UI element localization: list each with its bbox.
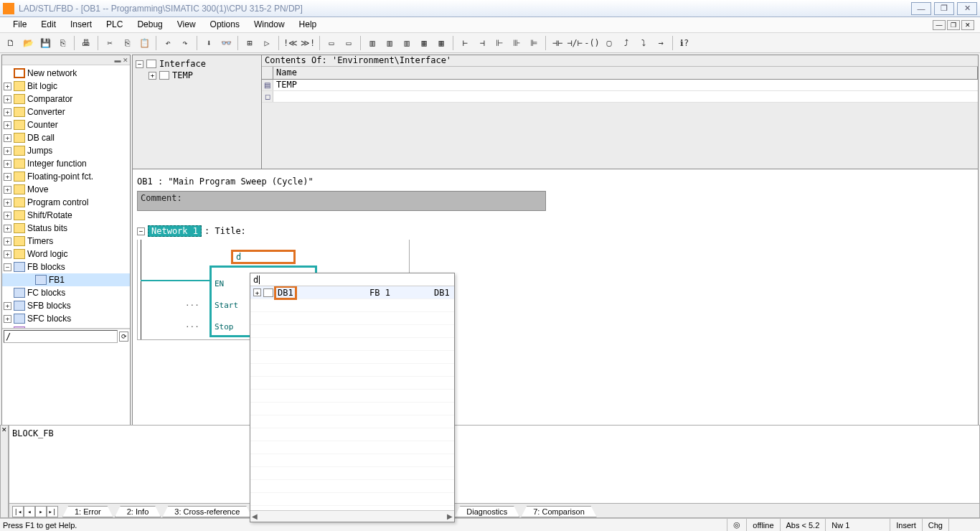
tool-coil-icon[interactable]: -(): [584, 35, 600, 51]
tool-help-icon[interactable]: ℹ?: [677, 35, 692, 51]
expand-icon[interactable]: +: [4, 302, 11, 310]
interface-node-temp[interactable]: TEMP: [172, 70, 193, 80]
menu-help[interactable]: Help: [292, 17, 324, 32]
tool-br-icon[interactable]: ⤴: [618, 35, 634, 51]
tool-print-icon[interactable]: 🖶: [78, 35, 94, 51]
mdi-restore[interactable]: ❐: [947, 20, 960, 30]
output-text[interactable]: BLOCK_FB: [9, 426, 979, 503]
tool-open-icon[interactable]: 📂: [20, 35, 36, 51]
expand-icon[interactable]: [25, 276, 33, 284]
tab-prev-icon[interactable]: ◂: [24, 506, 35, 517]
tool-not-icon[interactable]: !≪: [283, 35, 298, 51]
expand-icon[interactable]: +: [4, 134, 11, 142]
autocomplete-input[interactable]: d: [250, 273, 454, 286]
tree-node[interactable]: +Jumps: [2, 144, 130, 157]
tree-node[interactable]: New network: [2, 67, 130, 80]
tool-c2-icon[interactable]: ⊣/⊢: [567, 35, 583, 51]
tree-node[interactable]: +DB call: [2, 131, 130, 144]
expand-icon[interactable]: +: [4, 121, 11, 129]
mdi-minimize[interactable]: —: [933, 20, 946, 30]
tool-c1-icon[interactable]: ⊣⊢: [550, 35, 565, 51]
tool-box-icon[interactable]: ▢: [601, 35, 617, 51]
expand-icon[interactable]: +: [4, 186, 11, 194]
tool-lad2-icon[interactable]: ⊣: [474, 35, 490, 51]
output-tab-info[interactable]: 2: Info: [115, 506, 161, 517]
tool-lad5-icon[interactable]: ⊫: [526, 35, 542, 51]
menu-debug[interactable]: Debug: [130, 17, 169, 32]
comment-box[interactable]: Comment:: [137, 191, 546, 211]
output-tab-error[interactable]: 1: Error: [62, 506, 113, 517]
tree-node[interactable]: +SFB blocks: [2, 299, 130, 312]
tab-last-icon[interactable]: ▸|: [47, 506, 58, 517]
output-tab-diag[interactable]: Diagnostics: [454, 506, 519, 517]
expand-icon[interactable]: +: [4, 147, 11, 155]
tool-conn-icon[interactable]: →: [653, 35, 669, 51]
tool-download-icon[interactable]: ⬇: [201, 35, 217, 51]
output-tab-xref[interactable]: 3: Cross-reference: [162, 506, 252, 517]
tree-node[interactable]: +Integer function: [2, 157, 130, 170]
tree-node[interactable]: +Counter: [2, 118, 130, 131]
tree-node[interactable]: +Move: [2, 183, 130, 196]
network-collapse-icon[interactable]: −: [137, 227, 145, 235]
tab-first-icon[interactable]: |◂: [12, 506, 24, 517]
output-tab-compare[interactable]: 7: Comparison: [521, 506, 597, 517]
tree-node[interactable]: +Converter: [2, 105, 130, 118]
menu-window[interactable]: Window: [247, 17, 292, 32]
menu-plc[interactable]: PLC: [99, 17, 130, 32]
tree-node[interactable]: +Program control: [2, 196, 130, 209]
tool-v4-icon[interactable]: ▦: [416, 35, 432, 51]
scroll-right-icon[interactable]: ▶: [447, 512, 453, 520]
minimize-button[interactable]: —: [911, 2, 931, 15]
tool-lad3-icon[interactable]: ⊩: [491, 35, 507, 51]
tool-win1-icon[interactable]: ▭: [324, 35, 339, 51]
expand-icon[interactable]: +: [4, 173, 11, 181]
network-tag[interactable]: Network 1: [148, 225, 202, 237]
tree-node[interactable]: +Floating-point fct.: [2, 170, 130, 183]
tree-node[interactable]: +Timers: [2, 235, 130, 248]
tool-undo-icon[interactable]: ↶: [160, 35, 176, 51]
tree-node[interactable]: +Comparator: [2, 93, 130, 105]
scroll-left-icon[interactable]: ◀: [252, 512, 258, 520]
tool-v1-icon[interactable]: ▥: [364, 35, 380, 51]
expand-icon[interactable]: +: [4, 108, 11, 116]
maximize-button[interactable]: ❐: [934, 2, 954, 15]
tab-next-icon[interactable]: ▸: [35, 506, 47, 517]
mdi-close[interactable]: ✕: [961, 20, 974, 30]
expand-icon[interactable]: +: [4, 250, 11, 258]
tool-win2-icon[interactable]: ▭: [341, 35, 357, 51]
expand-icon[interactable]: +: [4, 225, 11, 232]
menu-edit[interactable]: Edit: [34, 17, 63, 32]
pin-placeholder[interactable]: ...: [185, 299, 199, 308]
tool-new-icon[interactable]: 🗋: [3, 35, 19, 51]
interface-col-name[interactable]: Name: [273, 67, 978, 79]
tool-lad4-icon[interactable]: ⊪: [509, 35, 524, 51]
tool-v5-icon[interactable]: ▦: [433, 35, 449, 51]
expand-icon[interactable]: −: [4, 263, 11, 271]
expand-icon[interactable]: +: [4, 83, 11, 90]
menu-view[interactable]: View: [170, 17, 203, 32]
tool-redo-icon[interactable]: ↷: [177, 35, 193, 51]
tool-monitor-icon[interactable]: 👓: [218, 35, 234, 51]
interface-tree[interactable]: −Interface +TEMP: [133, 55, 262, 169]
menu-file[interactable]: File: [6, 17, 34, 32]
tool-open-br-icon[interactable]: ⤵: [636, 35, 651, 51]
menu-insert[interactable]: Insert: [63, 17, 99, 32]
tool-copy-icon[interactable]: ⎘: [119, 35, 135, 51]
interface-node[interactable]: Interface: [159, 59, 206, 69]
expand-icon[interactable]: +: [4, 238, 11, 245]
tree-node[interactable]: FC blocks: [2, 286, 130, 299]
tree-node[interactable]: +Bit logic: [2, 80, 130, 93]
panel-close-icon[interactable]: ▬ ✕: [2, 55, 130, 65]
catalog-tree[interactable]: New network+Bit logic+Comparator+Convert…: [2, 65, 130, 329]
tool-save-all-icon[interactable]: ⎘: [55, 35, 70, 51]
db-input-field[interactable]: d: [231, 250, 296, 264]
tool-ref-icon[interactable]: ⊞: [242, 35, 258, 51]
close-button[interactable]: ✕: [957, 2, 977, 15]
expand-icon[interactable]: +: [4, 95, 11, 103]
row-new-icon[interactable]: ◻: [262, 91, 273, 102]
autocomplete-item[interactable]: + DB1 FB 1 DB1: [250, 286, 454, 299]
tool-v3-icon[interactable]: ▥: [399, 35, 415, 51]
tool-go-icon[interactable]: ▷: [259, 35, 275, 51]
network-title-label[interactable]: : Title:: [204, 226, 246, 236]
tool-lad1-icon[interactable]: ⊢: [457, 35, 473, 51]
